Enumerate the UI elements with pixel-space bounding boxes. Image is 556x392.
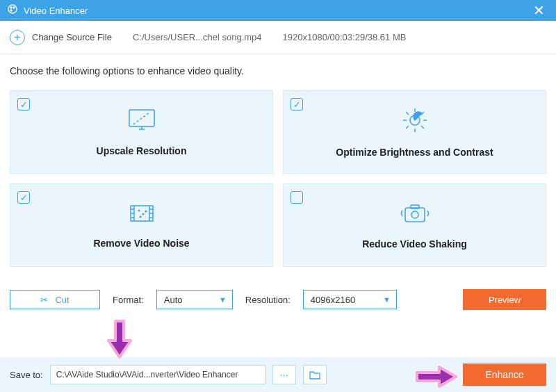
save-path-input[interactable] bbox=[50, 365, 265, 384]
svg-point-27 bbox=[142, 213, 144, 215]
format-label: Format: bbox=[113, 295, 144, 305]
folder-icon bbox=[309, 370, 320, 379]
checkbox-icon[interactable]: ✓ bbox=[291, 98, 303, 111]
format-value: Auto bbox=[164, 295, 183, 305]
brightness-icon bbox=[400, 106, 430, 137]
svg-point-26 bbox=[138, 210, 140, 211]
source-file-path: C:/Users/USER...chel song.mp4 bbox=[133, 32, 262, 42]
bottom-bar: Save to: ··· Enhance bbox=[0, 357, 556, 392]
option-label: Upscale Resolution bbox=[97, 145, 187, 156]
app-logo-icon bbox=[7, 3, 18, 17]
format-select[interactable]: Auto ▼ bbox=[156, 290, 233, 309]
svg-line-15 bbox=[406, 126, 409, 129]
svg-point-29 bbox=[145, 211, 147, 212]
resolution-label: Resolution: bbox=[245, 295, 291, 305]
checkbox-icon[interactable] bbox=[291, 191, 303, 204]
option-label: Reduce Video Shaking bbox=[362, 238, 467, 250]
open-folder-button[interactable] bbox=[303, 365, 327, 384]
svg-point-28 bbox=[140, 216, 141, 218]
option-optimize-brightness[interactable]: ✓ Optimize Brightness and Contrast bbox=[283, 90, 546, 174]
save-to-label: Save to: bbox=[10, 370, 43, 380]
preview-button[interactable]: Preview bbox=[463, 289, 546, 310]
option-upscale-resolution[interactable]: ✓ Upscale Resolution bbox=[10, 90, 273, 174]
option-label: Optimize Brightness and Contrast bbox=[336, 147, 493, 158]
source-file-info: 1920x1080/00:03:29/38.61 MB bbox=[283, 32, 407, 42]
enhance-button[interactable]: Enhance bbox=[463, 364, 546, 386]
more-button[interactable]: ··· bbox=[272, 365, 296, 384]
svg-line-13 bbox=[406, 112, 409, 115]
svg-point-32 bbox=[411, 211, 418, 218]
svg-point-2 bbox=[13, 7, 15, 8]
change-source-button[interactable]: + Change Source File bbox=[10, 30, 112, 45]
option-remove-noise[interactable]: ✓ Remove Video Noise bbox=[10, 183, 273, 267]
cut-button[interactable]: ✂ Cut bbox=[10, 290, 100, 309]
annotation-arrow-down bbox=[104, 318, 135, 363]
change-source-label: Change Source File bbox=[32, 32, 112, 42]
resolution-select[interactable]: 4096x2160 ▼ bbox=[303, 290, 397, 309]
cut-label: Cut bbox=[55, 295, 69, 305]
svg-point-3 bbox=[10, 10, 12, 11]
camera-shake-icon bbox=[398, 201, 432, 229]
svg-rect-30 bbox=[405, 208, 425, 222]
option-reduce-shaking[interactable]: Reduce Video Shaking bbox=[283, 183, 546, 267]
app-title: Video Enhancer bbox=[24, 6, 88, 16]
svg-line-14 bbox=[421, 126, 424, 129]
svg-point-1 bbox=[10, 7, 12, 8]
instruction-text: Choose the following options to enhance … bbox=[10, 65, 546, 76]
controls-row: ✂ Cut Format: Auto ▼ Resolution: 4096x21… bbox=[10, 289, 546, 314]
close-icon[interactable]: ✕ bbox=[529, 2, 549, 19]
main-area: Choose the following options to enhance … bbox=[0, 54, 556, 314]
option-label: Remove Video Noise bbox=[93, 238, 189, 249]
options-grid: ✓ Upscale Resolution ✓ bbox=[10, 90, 546, 267]
chevron-down-icon: ▼ bbox=[383, 295, 391, 304]
title-bar: Video Enhancer ✕ bbox=[0, 0, 556, 21]
checkbox-icon[interactable]: ✓ bbox=[17, 98, 30, 111]
chevron-down-icon: ▼ bbox=[219, 295, 227, 304]
plus-icon: + bbox=[10, 30, 25, 45]
resolution-value: 4096x2160 bbox=[311, 295, 355, 305]
svg-point-0 bbox=[8, 5, 17, 13]
svg-line-5 bbox=[133, 112, 150, 124]
scissors-icon: ✂ bbox=[40, 295, 48, 305]
film-noise-icon bbox=[126, 202, 157, 228]
checkbox-icon[interactable]: ✓ bbox=[17, 191, 30, 204]
source-info-bar: + Change Source File C:/Users/USER...che… bbox=[0, 21, 556, 54]
svg-rect-31 bbox=[411, 205, 419, 209]
monitor-icon bbox=[126, 108, 157, 136]
